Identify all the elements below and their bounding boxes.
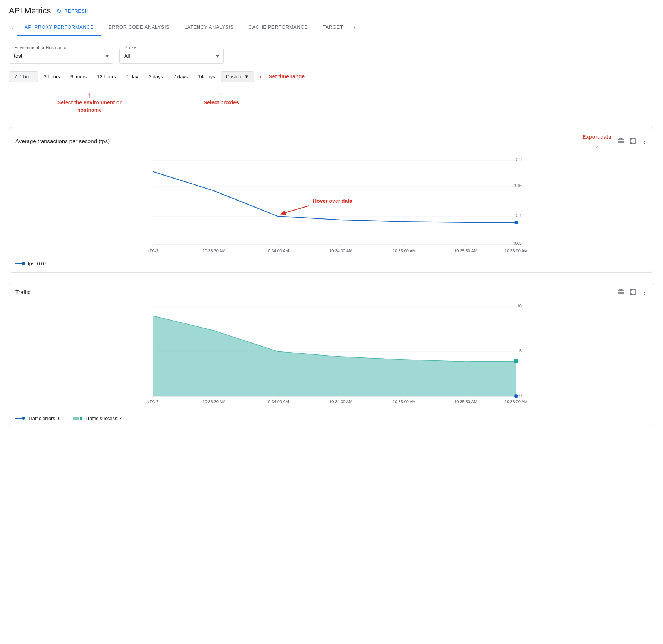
environment-field: Environment or Hostname test ▼ [9,48,113,64]
svg-text:0: 0 [519,393,522,398]
proxy-select[interactable]: All [119,48,224,64]
svg-text:5: 5 [519,348,522,353]
traffic-chart-area[interactable]: 10 5 0 UTC-7 10:33:30 AM [15,301,648,413]
proxy-annotation-label: Select proxies [204,99,239,107]
page-title: API Metrics [9,6,51,16]
tabs-bar: ‹ API PROXY PERFORMANCE ERROR CODE ANALY… [0,19,663,37]
svg-rect-3 [630,139,635,144]
svg-rect-62 [73,417,79,420]
environment-select[interactable]: test [9,48,113,64]
time-btn-7days[interactable]: 7 days [169,72,192,82]
set-time-range-arrow: ← [258,72,267,82]
svg-rect-58 [514,359,518,363]
export-arrow-down: ↓ [595,141,599,149]
svg-point-27 [514,221,518,224]
header: API Metrics ↻ REFRESH [0,0,663,19]
tps-expand-icon[interactable] [629,138,637,145]
svg-text:0.1: 0.1 [516,213,522,218]
tps-layers-icon[interactable] [617,138,625,145]
svg-text:10:36:00 AM: 10:36:00 AM [505,400,528,404]
svg-text:UTC-7: UTC-7 [147,249,158,253]
svg-text:0.15: 0.15 [514,183,522,188]
main-content: Environment or Hostname test ▼ Proxy All… [0,37,663,444]
time-btn-3days[interactable]: 3 days [144,72,167,82]
filters-row: Environment or Hostname test ▼ Proxy All… [9,44,654,64]
svg-text:10:36:00 AM: 10:36:00 AM [505,249,528,253]
proxy-select-wrapper: All ▼ [119,48,224,64]
export-annotation-label: Export data [582,133,611,141]
traffic-chart-icons: ⋮ [617,288,648,296]
svg-text:10:35:00 AM: 10:35:00 AM [393,400,416,404]
set-time-range-annotation: Set time range [269,73,305,80]
svg-point-31 [22,262,25,265]
svg-text:10: 10 [517,304,522,308]
time-btn-3hours[interactable]: 3 hours [40,72,65,82]
time-btn-1day[interactable]: 1 day [122,72,143,82]
traffic-success-legend-icon [72,416,83,420]
export-annotation: Export data ↓ [582,133,611,149]
tps-chart-card: Average transactions per second (tps) Ex… [9,127,654,273]
tab-arrow-right[interactable]: › [351,19,359,37]
traffic-errors-legend-item: Traffic errors: 0 [15,416,60,421]
time-btn-14days[interactable]: 14 days [194,72,220,82]
tab-target[interactable]: TARGET [315,19,351,36]
tab-cache-performance[interactable]: CACHE PERFORMANCE [241,19,315,36]
svg-text:10:33:30 AM: 10:33:30 AM [202,249,226,253]
svg-text:10:34:00 AM: 10:34:00 AM [266,249,289,253]
tps-legend: tps: 0.07 [15,261,648,266]
tps-more-icon[interactable]: ⋮ [641,137,648,145]
svg-text:Hover over data: Hover over data [313,198,352,204]
tps-chart-icons: Export data ↓ ⋮ [582,133,648,149]
time-btn-custom[interactable]: Custom ▼ [221,71,254,82]
tps-legend-label: tps: 0.07 [28,261,47,266]
traffic-more-icon[interactable]: ⋮ [641,288,648,296]
traffic-chart-header: Traffic ⋮ [15,288,648,296]
proxy-annotation: ↑ Select proxies [204,91,239,114]
tab-arrow-left[interactable]: ‹ [9,19,17,37]
env-annotation-label: Select the environment orhostname [57,99,122,114]
traffic-expand-icon[interactable] [629,288,637,296]
svg-text:10:34:30 AM: 10:34:30 AM [329,400,352,404]
tab-error-code-analysis[interactable]: ERROR CODE ANALYSIS [101,19,177,36]
refresh-button[interactable]: ↻ REFRESH [57,7,88,15]
tab-api-proxy-performance[interactable]: API PROXY PERFORMANCE [17,19,101,36]
tps-chart-header: Average transactions per second (tps) Ex… [15,133,648,149]
svg-text:UTC-7: UTC-7 [147,400,158,404]
tps-chart-area[interactable]: 0.2 0.15 0.1 0.05 UT [15,154,648,258]
traffic-success-legend-label: Traffic success: 4 [85,416,122,421]
time-btn-1hour[interactable]: ✓ 1 hour [9,71,38,82]
traffic-errors-legend-label: Traffic errors: 0 [28,416,60,421]
tps-legend-item: tps: 0.07 [15,261,47,266]
svg-point-59 [514,394,518,398]
tps-chart-svg: 0.2 0.15 0.1 0.05 UT [15,154,648,258]
time-range-row: ✓ 1 hour 3 hours 6 hours 12 hours 1 day … [9,71,654,82]
svg-rect-35 [630,290,635,295]
traffic-legend: Traffic errors: 0 Traffic success: 4 [15,416,648,421]
svg-rect-63 [80,417,82,420]
svg-text:0.2: 0.2 [516,157,522,162]
svg-line-28 [281,206,309,214]
refresh-icon: ↻ [57,7,62,15]
svg-point-61 [22,417,25,420]
tps-legend-line-icon [15,261,26,266]
svg-text:10:34:00 AM: 10:34:00 AM [266,400,289,404]
traffic-success-legend-item: Traffic success: 4 [72,416,122,421]
env-annotation: ↑ Select the environment orhostname [57,91,122,114]
tps-chart-title: Average transactions per second (tps) [15,138,110,144]
traffic-chart-card: Traffic ⋮ 10 5 0 [9,282,654,427]
environment-select-wrapper: test ▼ [9,48,113,64]
time-btn-6hours[interactable]: 6 hours [66,72,91,82]
proxy-field: Proxy All ▼ [119,48,224,64]
traffic-layers-icon[interactable] [617,288,625,296]
check-icon: ✓ [14,74,18,79]
custom-dropdown-icon: ▼ [244,74,249,79]
svg-text:10:35:30 AM: 10:35:30 AM [454,400,477,404]
time-btn-12hours[interactable]: 12 hours [92,72,120,82]
svg-text:10:33:30 AM: 10:33:30 AM [202,400,226,404]
traffic-errors-legend-icon [15,416,26,420]
environment-label: Environment or Hostname [13,45,67,50]
proxy-label: Proxy [123,45,138,50]
tab-latency-analysis[interactable]: LATENCY ANALYSIS [177,19,241,36]
svg-text:10:35:30 AM: 10:35:30 AM [454,249,477,253]
proxy-arrow-up: ↑ [219,91,223,99]
